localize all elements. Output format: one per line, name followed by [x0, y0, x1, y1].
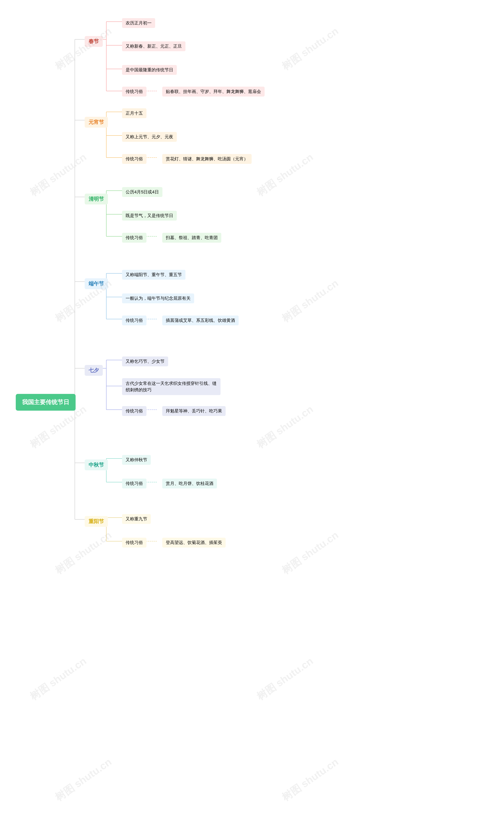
branch-qixi-label: 七夕	[89, 367, 99, 373]
dragon-tradition-content: 插菖蒲或艾草、系五彩线、饮雄黄酒	[162, 316, 239, 325]
spring-date-text: 农历正月初一	[126, 20, 151, 25]
spring-tradition-content: 贴春联、挂年画、守岁、拜年、舞龙舞狮、逛庙会	[162, 87, 265, 96]
qixi-tradition-content: 拜魁星等神、丢巧针、吃巧果	[162, 406, 226, 416]
leaf-lantern-date: 正月十五	[122, 108, 146, 118]
lantern-tradition-content: 赏花灯、猜谜、舞龙舞狮、吃汤圆（元宵）	[162, 154, 252, 164]
root-node: 我国主要传统节日	[16, 394, 76, 411]
branch-qixi: 七夕	[85, 365, 103, 376]
spring-alias-text: 又称新春、新正、元正、正旦	[126, 44, 182, 49]
leaf-lantern-custom: 传统习俗 赏花灯、猜谜、舞龙舞狮、吃汤圆（元宵）	[122, 154, 236, 164]
leaf-spring-desc: 是中国最隆重的传统节日	[122, 65, 177, 75]
mind-map: 树图 shutu.cn 树图 shutu.cn 树图 shutu.cn 树图 s…	[0, 0, 504, 840]
leaf-qixi-alias: 又称乞巧节、少女节	[122, 357, 168, 366]
leaf-dragon-desc: 一般认为，端午节与纪念屈原有关	[122, 293, 194, 303]
dragon-tradition-label: 传统习俗	[122, 316, 146, 325]
lantern-tradition-label: 传统习俗	[122, 154, 146, 164]
leaf-midautumn-custom: 传统习俗 赏月、吃月饼、饮桂花酒	[122, 479, 201, 488]
midautumn-tradition-content: 赏月、吃月饼、饮桂花酒	[162, 479, 217, 488]
leaf-qingming-custom: 传统习俗 扫墓、祭祖、踏青、吃青团	[122, 233, 205, 243]
leaf-qingming-desc: 既是节气，又是传统节日	[122, 211, 177, 220]
leaf-spring-custom: 传统习俗 贴春联、挂年画、守岁、拜年、舞龙舞狮、逛庙会	[122, 87, 249, 96]
branch-qingming: 清明节	[85, 194, 108, 204]
leaf-qixi-custom: 传统习俗 拜魁星等神、丢巧针、吃巧果	[122, 406, 210, 416]
leaf-dragon-alias: 又称端阳节、重午节、重五节	[122, 270, 185, 280]
spring-tradition-label: 传统习俗	[122, 87, 146, 96]
connectors-svg	[0, 0, 504, 840]
branch-chongyang: 重阳节	[85, 516, 108, 527]
branch-dragon-label: 端午节	[89, 281, 104, 287]
chongyang-tradition-label: 传统习俗	[122, 538, 146, 548]
leaf-dragon-custom: 传统习俗 插菖蒲或艾草、系五彩线、饮雄黄酒	[122, 316, 223, 325]
leaf-midautumn-alias: 又称仲秋节	[122, 455, 151, 465]
leaf-chongyang-alias: 又称重九节	[122, 514, 151, 524]
root-label: 我国主要传统节日	[22, 399, 69, 405]
branch-spring-label: 春节	[89, 38, 99, 44]
leaf-spring-alias: 又称新春、新正、元正、正旦	[122, 41, 185, 51]
leaf-qixi-desc: 古代少女常在这一天乞求织女传授穿针引线、缝纫刺绣的技巧	[122, 378, 220, 395]
branch-chongyang-label: 重阳节	[89, 518, 104, 524]
qixi-tradition-label: 传统习俗	[122, 406, 146, 416]
spring-desc-text: 是中国最隆重的传统节日	[126, 67, 173, 72]
chongyang-tradition-content: 登高望远、饮菊花酒、插茱萸	[162, 538, 226, 548]
branch-lantern-label: 元宵节	[89, 119, 104, 125]
midautumn-tradition-label: 传统习俗	[122, 479, 146, 488]
qingming-tradition-content: 扫墓、祭祖、踏青、吃青团	[162, 233, 221, 243]
leaf-lantern-alias: 又称上元节、元夕、元夜	[122, 132, 177, 142]
leaf-spring-date: 农历正月初一	[122, 18, 155, 28]
branch-dragon: 端午节	[85, 278, 108, 289]
branch-midautumn-label: 中秋节	[89, 462, 104, 468]
leaf-qingming-date: 公历4月5日或4日	[122, 187, 162, 197]
qingming-tradition-label: 传统习俗	[122, 233, 146, 243]
branch-lantern: 元宵节	[85, 117, 108, 128]
watermark: 树图 shutu.cn 树图 shutu.cn 树图 shutu.cn 树图 s…	[0, 0, 504, 840]
branch-spring: 春节	[85, 36, 103, 47]
branch-qingming-label: 清明节	[89, 196, 104, 202]
leaf-chongyang-custom: 传统习俗 登高望远、饮菊花酒、插茱萸	[122, 538, 210, 548]
branch-midautumn: 中秋节	[85, 460, 108, 470]
